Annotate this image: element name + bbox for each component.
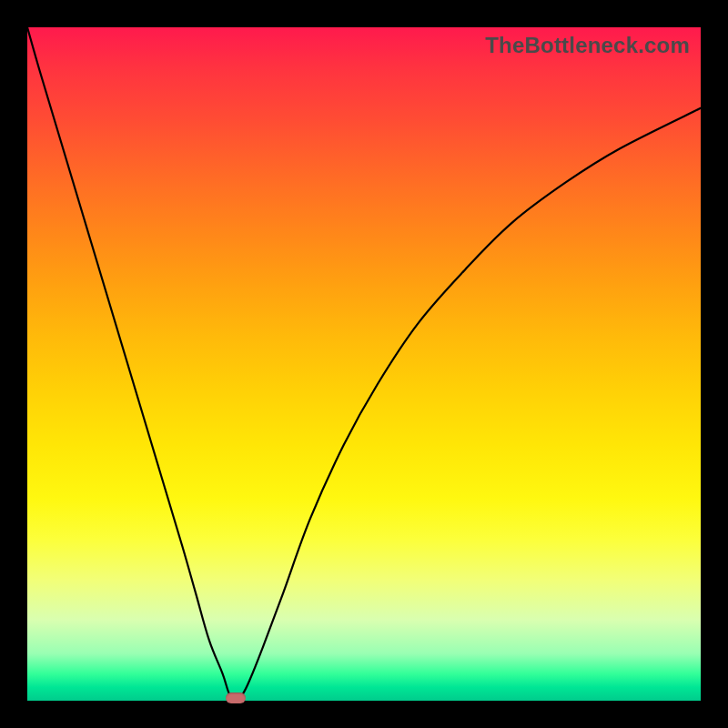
bottleneck-curve (27, 27, 701, 701)
chart-frame: TheBottleneck.com (0, 0, 728, 728)
plot-area: TheBottleneck.com (27, 27, 701, 701)
curve-path (27, 27, 701, 701)
minimum-marker (226, 693, 246, 703)
